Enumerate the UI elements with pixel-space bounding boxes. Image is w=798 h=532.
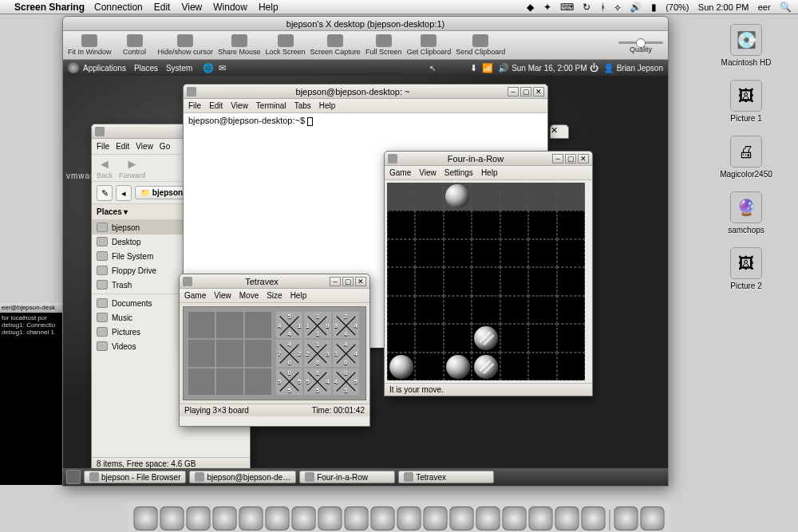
battery-icon[interactable]: ▮ (651, 2, 657, 13)
tetravex-tile[interactable]: 3118 (304, 312, 330, 338)
dock-terminal-icon[interactable] (371, 506, 395, 530)
four-game-menu[interactable]: Game (389, 168, 411, 177)
term-help-menu[interactable]: Help (319, 101, 336, 110)
gnome-clock[interactable]: Sun Mar 16, 2:00 PM (512, 64, 587, 73)
quality-slider-track[interactable] (618, 41, 663, 44)
volume-icon[interactable]: 🔊 (630, 2, 642, 13)
forward-button[interactable]: ►Forward (119, 157, 145, 179)
close-button[interactable]: ✕ (355, 277, 366, 286)
send-clipboard-button[interactable]: Send Clipboard (456, 34, 505, 56)
taskbar-item-four[interactable]: Four-in-a-Row (299, 471, 395, 483)
term-terminal-menu[interactable]: Terminal (256, 101, 286, 110)
file-menu[interactable]: File (97, 142, 109, 151)
spotlight-icon[interactable]: 🔍 (780, 2, 792, 13)
dock-app-icon[interactable] (555, 506, 579, 530)
remote-desktop[interactable]: Applications Places System 🌐 ✉ ↖ ⬇ 📶 🔊 S… (63, 60, 668, 486)
path-back-button[interactable]: ◂ (116, 185, 132, 201)
tetravex-target-grid[interactable] (188, 312, 271, 395)
four-in-a-row-window[interactable]: Four-in-a-Row – ▢ ✕ Game View Settings H… (384, 151, 593, 396)
location-button[interactable]: 📁 bjepson (135, 186, 188, 199)
taskbar-item-terminal[interactable]: bjepson@bjepson-de… (189, 471, 296, 483)
taskbar-item-tetravex[interactable]: Tetravex (398, 471, 494, 483)
menu-view[interactable]: View (181, 2, 202, 13)
tetra-view-menu[interactable]: View (214, 291, 231, 300)
get-clipboard-button[interactable]: Get Clipboard (407, 34, 452, 56)
bluetooth-icon[interactable]: ᚼ (600, 2, 606, 13)
tetravex-tile[interactable]: 5441 (276, 312, 302, 338)
host-terminal-window[interactable]: eer@bjepson-desk for localhost por debug… (0, 303, 62, 485)
dock-itunes-icon[interactable] (266, 506, 290, 530)
desktop-icon-printer[interactable]: 🖨Magicolor2450 (718, 136, 774, 179)
dock-downloads-icon[interactable] (614, 506, 638, 530)
menu-help[interactable]: Help (259, 2, 279, 13)
tetra-move-menu[interactable]: Move (239, 291, 259, 300)
tetravex-window[interactable]: Tetravex – ▢ ✕ Game View Move Size Help (179, 274, 370, 427)
volume-panel-icon[interactable]: 🔊 (498, 63, 509, 73)
view-menu[interactable]: View (136, 142, 153, 151)
minimize-button[interactable]: – (508, 87, 519, 97)
term-view-menu[interactable]: View (231, 101, 248, 110)
maximize-button[interactable]: ▢ (565, 154, 576, 164)
menu-window[interactable]: Window (213, 2, 247, 13)
share-mouse-button[interactable]: Share Mouse (218, 34, 261, 56)
go-menu[interactable]: Go (160, 142, 170, 151)
tetra-game-menu[interactable]: Game (184, 291, 206, 300)
system-menu[interactable]: System (166, 64, 192, 73)
term-file-menu[interactable]: File (188, 101, 201, 110)
tetravex-tile-tray[interactable]: 544131182484407218234034055585540345 (276, 312, 359, 395)
four-help-menu[interactable]: Help (481, 168, 498, 177)
dock-app-icon[interactable] (529, 506, 553, 530)
dock-addressbook-icon[interactable] (318, 506, 342, 530)
tetravex-tile[interactable]: 2484 (333, 312, 359, 338)
tetravex-tile[interactable]: 4072 (276, 340, 302, 366)
screen-capture-button[interactable]: Screen Capture (310, 34, 361, 56)
tetravex-tile[interactable]: 0555 (276, 368, 302, 395)
dock-screenshare-icon[interactable] (582, 506, 606, 530)
sync-icon[interactable]: ✦ (543, 2, 551, 13)
dock-ical-icon[interactable] (292, 506, 316, 530)
shutdown-icon[interactable]: ⏻ (590, 63, 598, 73)
tetra-help-menu[interactable]: Help (290, 291, 307, 300)
marble-piece[interactable] (445, 184, 469, 208)
desktop-icon-hd[interactable]: 💽Macintosh HD (718, 24, 774, 67)
mac-dock[interactable] (128, 502, 671, 532)
tetravex-tile[interactable]: 0345 (333, 368, 359, 395)
term-tabs-menu[interactable]: Tabs (294, 101, 311, 110)
clock-text[interactable]: Sun 2:00 PM (698, 2, 749, 12)
places-menu[interactable]: Places (134, 64, 158, 73)
update-icon[interactable]: ⬇ (470, 63, 477, 73)
maximize-button[interactable]: ▢ (342, 277, 354, 286)
dock-app-icon[interactable] (424, 506, 448, 530)
dock-app-icon[interactable] (450, 506, 474, 530)
screen-sharing-title[interactable]: bjepson's X desktop (bjepson-desktop:1) (63, 17, 668, 31)
close-button[interactable]: ✕ (551, 125, 558, 136)
timemachine-icon[interactable]: ↻ (583, 2, 591, 13)
gnome-user[interactable]: Brian Jepson (617, 64, 663, 73)
four-board[interactable] (387, 183, 585, 380)
full-screen-button[interactable]: Full Screen (365, 34, 402, 56)
dock-safari-icon[interactable] (213, 506, 237, 530)
close-button[interactable]: ✕ (533, 87, 544, 97)
maximize-button[interactable]: ▢ (520, 87, 531, 97)
spaces-icon[interactable]: ◆ (527, 2, 534, 13)
edit-location-button[interactable]: ✎ (97, 185, 113, 201)
tetravex-tile[interactable]: 4034 (333, 340, 359, 366)
dock-app-icon[interactable] (503, 506, 527, 530)
desktop-icon-picture1[interactable]: 🖼Picture 1 (718, 80, 774, 123)
fit-in-window-button[interactable]: Fit In Window (68, 34, 112, 56)
browser-launcher-icon[interactable]: 🌐 (203, 63, 214, 73)
desktop-icon-samchops[interactable]: 🔮samchops (718, 191, 774, 234)
app-menu[interactable]: Screen Sharing (14, 2, 85, 13)
minimize-button[interactable]: – (330, 277, 341, 286)
keyboard-icon[interactable]: ⌨ (560, 2, 574, 13)
back-button[interactable]: ◄Back (97, 157, 113, 179)
ubuntu-logo-icon[interactable] (68, 62, 79, 73)
dock-finder-icon[interactable] (134, 506, 158, 530)
menu-edit[interactable]: Edit (154, 2, 171, 13)
term-edit-menu[interactable]: Edit (209, 101, 223, 110)
tetravex-tile[interactable]: 8554 (304, 368, 330, 395)
four-settings-menu[interactable]: Settings (444, 168, 473, 177)
desktop-icon-picture2[interactable]: 🖼Picture 2 (718, 247, 774, 290)
applications-menu[interactable]: Applications (83, 64, 126, 73)
user-switch-icon[interactable]: 👤 (603, 63, 614, 73)
